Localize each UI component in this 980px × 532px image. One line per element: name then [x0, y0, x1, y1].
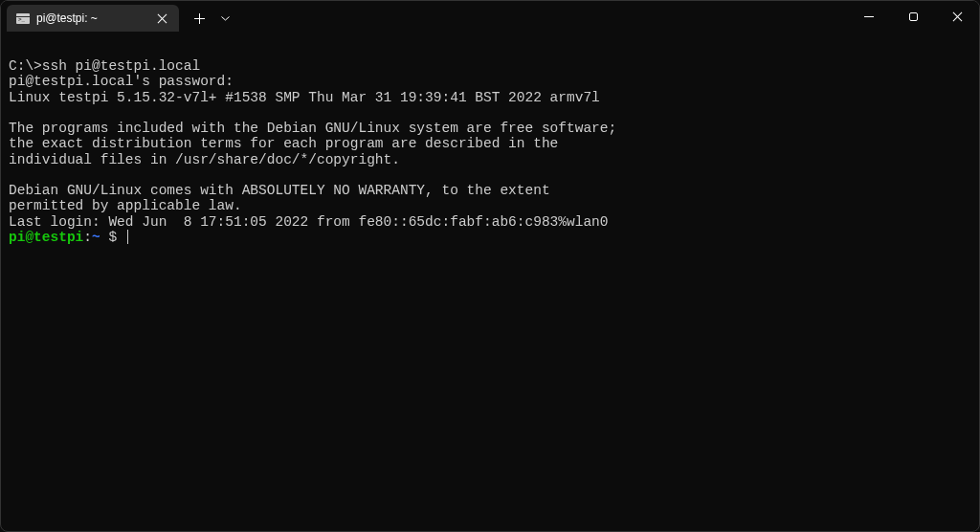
prompt-dollar: $: [100, 230, 125, 245]
terminal-line: C:\>ssh pi@testpi.local: [9, 58, 200, 74]
prompt-colon: :: [83, 230, 92, 245]
terminal-line: Linux testpi 5.15.32-v7l+ #1538 SMP Thu …: [9, 90, 600, 105]
prompt-path: ~: [92, 230, 100, 245]
cursor: [127, 230, 128, 244]
close-icon: [952, 11, 962, 21]
chevron-down-icon: [221, 16, 230, 21]
tabs-area: pi@testpi: ~: [1, 1, 236, 32]
terminal-icon: [16, 13, 30, 24]
close-tab-button[interactable]: [154, 11, 169, 26]
tab-active[interactable]: pi@testpi: ~: [7, 5, 179, 32]
terminal-line: Debian GNU/Linux comes with ABSOLUTELY N…: [9, 183, 550, 198]
terminal-line: individual files in /usr/share/doc/*/cop…: [9, 152, 400, 167]
plus-icon: [194, 13, 205, 24]
window-controls: [847, 1, 979, 32]
terminal-line: the exact distribution terms for each pr…: [9, 136, 558, 151]
terminal-line: pi@testpi.local's password:: [9, 74, 234, 89]
tab-title: pi@testpi: ~: [36, 11, 98, 25]
minimize-button[interactable]: [847, 1, 891, 32]
maximize-button[interactable]: [891, 1, 935, 32]
minimize-icon: [864, 11, 874, 21]
maximize-icon: [909, 12, 918, 21]
close-icon: [157, 13, 167, 23]
terminal-line: permitted by applicable law.: [9, 198, 242, 213]
tab-dropdown-button[interactable]: [213, 5, 236, 32]
terminal-viewport[interactable]: C:\>ssh pi@testpi.local pi@testpi.local'…: [1, 32, 979, 253]
terminal-line: Last login: Wed Jun 8 17:51:05 2022 from…: [9, 214, 609, 230]
new-tab-button[interactable]: [185, 5, 213, 32]
close-window-button[interactable]: [935, 1, 979, 32]
titlebar: pi@testpi: ~: [1, 1, 979, 32]
tab-actions: [185, 5, 236, 32]
terminal-line: The programs included with the Debian GN…: [9, 121, 616, 136]
prompt-user-host: pi@testpi: [9, 230, 83, 245]
titlebar-drag-area[interactable]: [236, 1, 847, 32]
tab-content: pi@testpi: ~: [16, 11, 98, 25]
